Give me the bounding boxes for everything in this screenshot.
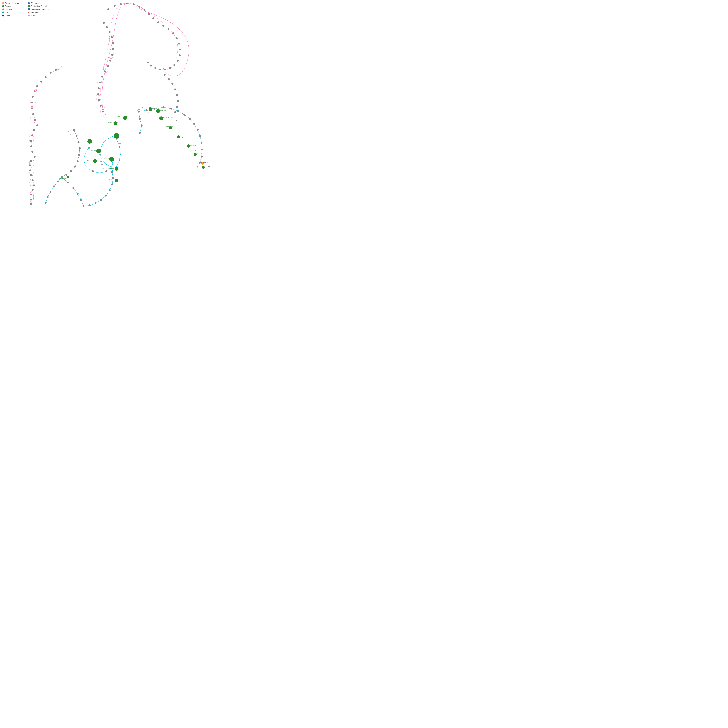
svg-point-1 [113,5,116,7]
svg-text:21: 21 [77,142,79,144]
svg-text:7: 7 [148,111,149,113]
gray-nodes-pink-loop [29,3,181,205]
svg-point-159 [201,155,203,157]
svg-point-188 [53,185,55,187]
svg-point-34 [99,105,101,107]
svg-point-146 [138,111,140,113]
svg-line-97 [139,112,140,119]
svg-point-186 [111,171,113,173]
svg-point-0 [107,8,109,10]
svg-line-117 [116,161,119,167]
svg-text:2: 2 [193,148,194,150]
svg-point-184 [111,184,113,185]
label-46-103: 46.10...4.9 [196,153,203,154]
svg-point-35 [98,99,100,101]
svg-marker-92 [98,95,100,97]
svg-point-154 [193,123,195,125]
svg-point-56 [32,96,34,98]
label-10-87-35-45: 10.87.3...45 [189,144,197,146]
svg-point-74 [32,189,34,191]
svg-text:21: 21 [99,154,101,156]
svg-point-57 [31,101,33,104]
svg-point-169 [77,160,79,162]
svg-point-171 [70,170,72,172]
svg-text:12: 12 [138,108,140,110]
svg-point-67 [34,156,35,158]
svg-line-115 [120,148,120,154]
svg-line-116 [119,154,120,161]
svg-point-65 [30,145,32,147]
svg-line-119 [74,130,77,136]
label-150-222-4-46: 150.222.4.46 [108,167,118,169]
svg-point-12 [172,32,174,34]
svg-point-36 [97,93,99,95]
svg-point-46 [111,36,113,38]
svg-point-179 [89,205,91,206]
svg-point-157 [200,142,202,144]
svg-point-59 [32,113,34,115]
svg-line-105 [190,119,194,124]
svg-point-42 [109,60,111,61]
label-13-226-x: 13.226.1.3...75 [59,177,70,179]
svg-point-164 [73,129,75,131]
pink-network-edges [100,3,189,111]
svg-point-15 [179,49,181,50]
svg-line-103 [178,111,184,115]
svg-line-104 [184,115,190,119]
label-150-222-4-231: 150.222.4.231 [87,159,97,161]
label-10-21-0-16: 10.21.0.16 [159,109,167,111]
label-150-222-2-76: 150.222.2.76 [91,149,100,151]
svg-point-27 [171,83,173,85]
svg-point-77 [30,203,32,205]
svg-point-158 [201,148,203,150]
svg-point-153 [189,118,191,120]
svg-line-99 [140,126,142,133]
svg-point-17 [177,60,179,61]
svg-text:21: 21 [79,146,81,148]
svg-point-20 [164,69,166,70]
svg-point-61 [36,124,38,126]
svg-text:3: 3 [186,141,187,143]
svg-point-13 [176,37,177,40]
svg-line-98 [140,119,142,126]
svg-point-182 [105,195,107,197]
svg-point-200 [159,116,163,120]
svg-point-49 [103,22,105,24]
svg-point-165 [76,135,78,137]
svg-line-106 [194,124,197,130]
svg-point-37 [98,87,99,89]
svg-point-175 [72,187,74,189]
svg-point-2 [120,3,122,5]
svg-line-109 [202,143,202,150]
svg-point-191 [44,202,47,204]
svg-point-66 [31,151,34,153]
svg-text:9: 9 [167,110,168,112]
label-10-220-122: 10.22...122 [180,135,188,137]
svg-point-63 [31,135,33,136]
svg-point-180 [95,202,96,205]
svg-point-155 [197,129,199,131]
svg-point-172 [66,174,67,176]
svg-text:8: 8 [165,112,165,113]
svg-point-43 [111,54,113,56]
svg-text:21: 21 [98,151,100,153]
cyan-network [46,107,202,206]
svg-point-53 [40,81,42,83]
svg-point-11 [168,28,170,30]
svg-text:7: 7 [146,109,147,111]
cyan-gray-nodes [44,106,203,207]
svg-point-174 [67,182,69,184]
svg-point-32 [174,111,176,113]
svg-text:13: 13 [119,142,121,144]
label-195-210-87-198: 195.210.87.198 [118,116,128,118]
svg-point-8 [152,17,154,20]
svg-line-130 [73,188,78,194]
svg-point-48 [106,26,108,28]
svg-line-131 [78,194,81,200]
label-192-168-1-x: 192...1.x [203,161,210,163]
label-195-210-87-18: 195.210.87.18 [108,121,118,123]
svg-text:21: 21 [100,160,102,162]
svg-point-160 [199,162,201,164]
svg-point-3 [126,3,128,5]
svg-point-170 [74,165,76,168]
